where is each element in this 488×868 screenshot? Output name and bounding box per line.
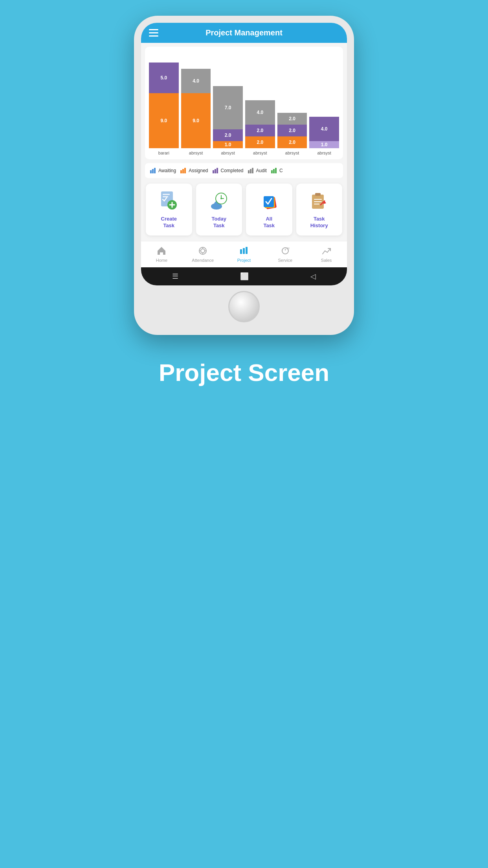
bar-seg-purple-6: 4.0 — [309, 117, 339, 141]
nav-service[interactable]: 24 Service — [264, 245, 306, 263]
all-task-label: AllTask — [263, 216, 275, 229]
bar-stack-5: 2.0 2.0 2.0 — [277, 113, 307, 148]
svg-rect-12 — [271, 170, 273, 173]
svg-text:24: 24 — [286, 247, 290, 250]
legend-completed-label: Completed — [221, 168, 244, 173]
create-task-label: CreateTask — [161, 216, 177, 229]
bar-chart-container: 5.0 9.0 barari 4.0 9.0 abrsyst 7 — [145, 47, 343, 159]
today-task-label: TodayTask — [212, 216, 226, 229]
nav-attendance-label: Attendance — [192, 258, 214, 263]
svg-rect-13 — [273, 169, 275, 173]
sales-icon — [321, 245, 332, 256]
legend-audit-label: Audit — [256, 168, 267, 173]
svg-rect-14 — [275, 168, 277, 173]
all-task-card[interactable]: AllTask — [246, 184, 292, 235]
bar-stack-6: 4.0 1.0 — [309, 117, 339, 148]
bar-label-5: abrsyst — [285, 151, 299, 155]
android-back-btn[interactable]: ◁ — [310, 272, 316, 281]
bar-seg-purple-4: 2.0 — [245, 125, 275, 136]
all-task-icon — [258, 190, 280, 212]
svg-rect-4 — [182, 169, 184, 173]
bar-seg-orange-2: 9.0 — [181, 93, 211, 148]
nav-service-label: Service — [278, 258, 292, 263]
svg-rect-31 — [315, 193, 321, 196]
svg-rect-10 — [250, 169, 251, 173]
android-home-btn[interactable]: ⬜ — [240, 272, 249, 281]
task-history-icon — [308, 190, 330, 212]
bar-label-3: abrsyst — [221, 151, 235, 155]
nav-attendance[interactable]: Attendance — [182, 245, 224, 263]
attendance-icon — [197, 245, 208, 256]
bar-group-5: 2.0 2.0 2.0 abrsyst — [277, 113, 307, 155]
legend-awaiting-label: Awaiting — [158, 168, 176, 173]
legend-assigned-label: Assigned — [189, 168, 208, 173]
legend-row: Awaiting Assigned Completed — [145, 163, 343, 178]
bottom-nav: Home Attendance — [141, 241, 347, 267]
home-icon — [156, 245, 167, 256]
nav-sales[interactable]: Sales — [306, 245, 347, 263]
page-screen-title: Project Screen — [159, 359, 329, 386]
quick-actions: CreateTask TodayTask — [141, 178, 347, 241]
svg-rect-45 — [246, 247, 248, 254]
svg-rect-44 — [243, 248, 245, 254]
svg-rect-29 — [264, 196, 274, 207]
svg-rect-9 — [248, 170, 250, 173]
bar-seg-gray-3: 7.0 — [213, 86, 243, 129]
svg-rect-16 — [163, 194, 170, 195]
legend-awaiting: Awaiting — [150, 167, 176, 174]
create-task-card[interactable]: CreateTask — [146, 184, 192, 235]
bar-group-1: 5.0 9.0 barari — [149, 63, 179, 155]
home-button[interactable] — [228, 291, 260, 322]
bar-seg-purple-5: 2.0 — [277, 125, 307, 136]
svg-rect-17 — [163, 196, 168, 197]
nav-home[interactable]: Home — [141, 245, 182, 263]
task-history-card[interactable]: TaskHistory — [296, 184, 343, 235]
android-menu-btn[interactable]: ☰ — [172, 272, 178, 281]
bar-group-4: 4.0 2.0 2.0 abrsyst — [245, 100, 275, 155]
service-icon: 24 — [280, 245, 291, 256]
bar-group-3: 7.0 2.0 1.0 abrsyst — [213, 86, 243, 155]
bar-label-2: abrsyst — [189, 151, 203, 155]
legend-audit: Audit — [248, 167, 267, 174]
svg-rect-5 — [184, 168, 186, 173]
bar-label-1: barari — [158, 151, 169, 155]
nav-project-label: Project — [237, 258, 251, 263]
android-nav-bar: ☰ ⬜ ◁ — [141, 267, 347, 285]
bar-stack-3: 7.0 2.0 1.0 — [213, 86, 243, 148]
task-history-label: TaskHistory — [310, 216, 328, 229]
bar-stack-2: 4.0 9.0 — [181, 69, 211, 148]
bar-seg-gray-5: 2.0 — [277, 113, 307, 125]
bar-seg-purple-1: 5.0 — [149, 63, 179, 93]
app-header: Project Management — [141, 23, 347, 43]
svg-point-26 — [220, 198, 222, 199]
svg-rect-1 — [152, 169, 154, 173]
svg-rect-3 — [180, 170, 182, 173]
svg-point-38 — [201, 249, 205, 253]
bar-chart: 5.0 9.0 barari 4.0 9.0 abrsyst 7 — [149, 53, 339, 155]
legend-completed: Completed — [212, 167, 244, 174]
legend-c-label: C — [279, 168, 283, 173]
hamburger-menu-icon[interactable] — [149, 29, 158, 37]
create-task-icon — [158, 190, 180, 212]
project-icon — [238, 245, 250, 256]
bar-label-6: abrsyst — [317, 151, 331, 155]
bar-seg-orange-3: 1.0 — [213, 141, 243, 148]
bar-group-2: 4.0 9.0 abrsyst — [181, 69, 211, 155]
nav-project[interactable]: Project — [224, 245, 265, 263]
bar-seg-purple-3: 2.0 — [213, 129, 243, 141]
bar-seg-gray-4: 4.0 — [245, 100, 275, 125]
app-title: Project Management — [205, 28, 283, 37]
bar-stack-4: 4.0 2.0 2.0 — [245, 100, 275, 148]
svg-rect-2 — [154, 168, 156, 173]
bar-seg-orange-1: 9.0 — [149, 93, 179, 148]
svg-rect-8 — [216, 168, 218, 173]
svg-rect-11 — [252, 168, 253, 173]
today-task-card[interactable]: TodayTask — [196, 184, 242, 235]
legend-c: C — [271, 167, 283, 174]
today-task-icon — [208, 190, 230, 212]
nav-home-label: Home — [156, 258, 167, 263]
phone-shell: Project Management 5.0 9.0 barari 4.0 9 — [134, 16, 354, 335]
svg-rect-0 — [150, 170, 152, 173]
legend-assigned: Assigned — [180, 167, 208, 174]
bar-stack-1: 5.0 9.0 — [149, 63, 179, 148]
